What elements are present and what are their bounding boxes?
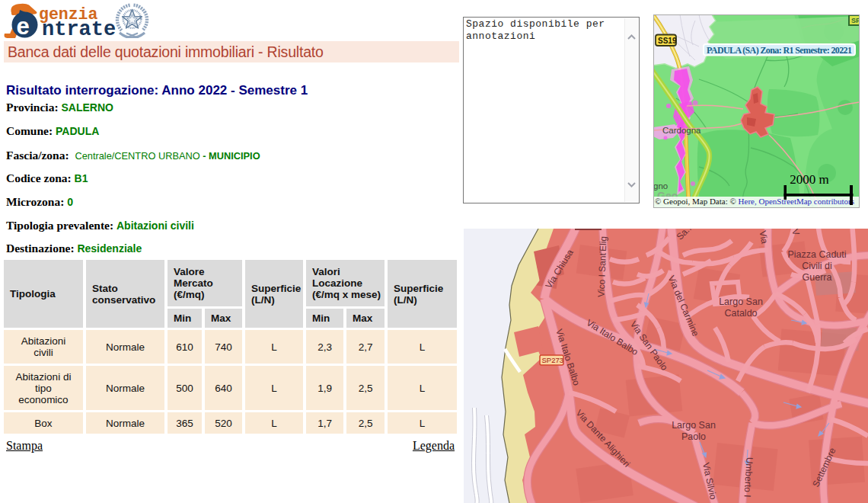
svg-text:Cardogna: Cardogna — [662, 126, 701, 135]
svg-text:Largo San: Largo San — [672, 420, 716, 431]
svg-text:Via: Via — [758, 230, 771, 245]
svg-text:Umberto I: Umberto I — [742, 457, 755, 498]
svg-text:Civili di: Civili di — [802, 261, 832, 271]
svg-text:SS19: SS19 — [658, 37, 677, 45]
svg-text:© Geopoi, Map Data: © Here, Op: © Geopoi, Map Data: © Here, OpenStreetMa… — [655, 197, 854, 206]
svg-text:SP273: SP273 — [542, 356, 564, 364]
svg-text:SP: SP — [851, 17, 860, 24]
svg-text:ntrate: ntrate — [42, 18, 116, 39]
svg-text:Largo San: Largo San — [719, 296, 763, 307]
svg-text:2000 m: 2000 m — [790, 172, 828, 187]
svg-text:Piazza Caduti: Piazza Caduti — [787, 249, 846, 260]
svg-text:Guerra: Guerra — [803, 272, 832, 283]
svg-text:Cataldo: Cataldo — [724, 308, 757, 319]
svg-text:PADULA (SA) Zona: R1 Semestre:: PADULA (SA) Zona: R1 Semestre: 20221 — [707, 45, 852, 56]
svg-text:Vico I Sant'Elig: Vico I Sant'Elig — [596, 236, 609, 298]
svg-text:Paolo: Paolo — [681, 431, 706, 442]
svg-text:e: e — [17, 13, 30, 39]
